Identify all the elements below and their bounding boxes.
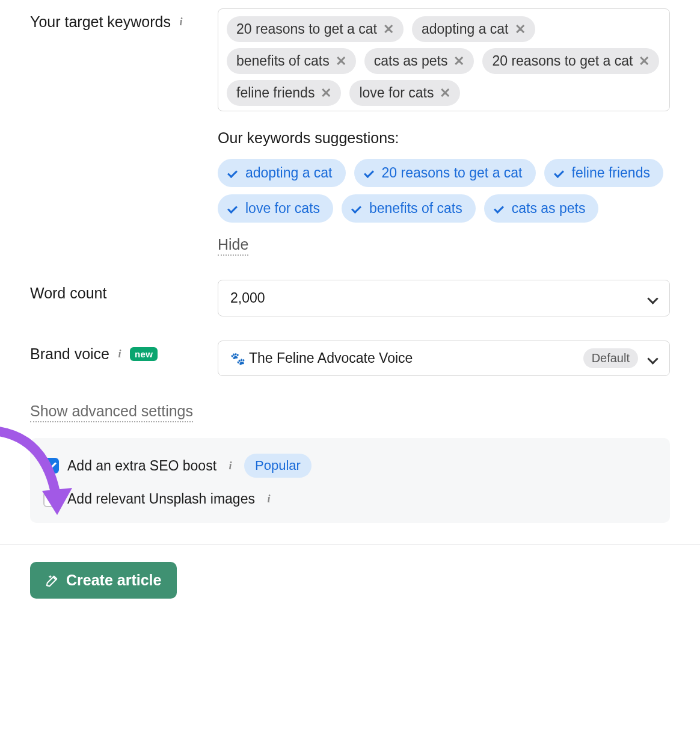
- keyword-tag: 20 reasons to get a cat✕: [482, 48, 659, 74]
- suggestion-chip[interactable]: love for cats: [218, 194, 333, 223]
- check-icon: [352, 205, 363, 212]
- info-icon[interactable]: i: [225, 460, 236, 471]
- check-icon: [495, 205, 506, 212]
- suggestion-chip-text: 20 reasons to get a cat: [382, 165, 523, 181]
- keyword-tag-text: 20 reasons to get a cat: [236, 21, 377, 37]
- suggestion-chip[interactable]: 20 reasons to get a cat: [354, 159, 536, 187]
- target-keywords-row: Your target keywords i 20 reasons to get…: [0, 8, 700, 256]
- keyword-tag-text: 20 reasons to get a cat: [492, 53, 633, 69]
- show-advanced-link[interactable]: Show advanced settings: [30, 402, 193, 422]
- keyword-tag-text: benefits of cats: [236, 53, 330, 69]
- close-icon[interactable]: ✕: [453, 55, 464, 68]
- unsplash-checkbox[interactable]: [43, 492, 59, 507]
- word-count-value: 2,000: [230, 290, 265, 306]
- info-icon[interactable]: i: [114, 349, 125, 360]
- suggestions-title: Our keywords suggestions:: [218, 129, 670, 147]
- keyword-tag: love for cats✕: [349, 80, 460, 106]
- chevron-down-icon: [648, 294, 657, 303]
- suggestion-chip[interactable]: feline friends: [544, 159, 663, 187]
- info-icon[interactable]: i: [176, 17, 186, 28]
- brand-voice-row: Brand voice i new 🐾 The Feline Advocate …: [0, 341, 700, 376]
- brand-voice-select[interactable]: 🐾 The Feline Advocate Voice Default: [218, 341, 670, 376]
- wand-icon: [46, 574, 59, 587]
- keyword-tag-text: adopting a cat: [422, 21, 509, 37]
- keyword-tag-text: cats as pets: [374, 53, 448, 69]
- keyword-tag: adopting a cat✕: [412, 16, 535, 42]
- suggestion-chip[interactable]: adopting a cat: [218, 159, 346, 187]
- target-keywords-label: Your target keywords i: [30, 13, 186, 31]
- brand-voice-value: The Feline Advocate Voice: [249, 350, 413, 366]
- suggestion-chip-text: adopting a cat: [245, 165, 333, 181]
- close-icon[interactable]: ✕: [321, 87, 331, 100]
- popular-badge: Popular: [244, 454, 312, 478]
- brand-voice-label-text: Brand voice: [30, 345, 109, 363]
- keyword-tag: feline friends✕: [227, 80, 341, 106]
- suggestion-chip[interactable]: benefits of cats: [342, 194, 476, 223]
- keywords-input[interactable]: 20 reasons to get a cat✕adopting a cat✕b…: [218, 8, 670, 111]
- brand-voice-label: Brand voice i new: [30, 345, 158, 363]
- unsplash-label: Add relevant Unsplash images: [67, 491, 255, 507]
- keyword-tag-text: love for cats: [359, 85, 434, 101]
- close-icon[interactable]: ✕: [639, 55, 649, 68]
- keyword-tag-text: feline friends: [236, 85, 315, 101]
- check-icon: [229, 170, 239, 177]
- chevron-down-icon: [648, 354, 657, 363]
- keyword-tag: 20 reasons to get a cat✕: [227, 16, 404, 42]
- close-icon[interactable]: ✕: [515, 23, 526, 36]
- default-badge: Default: [583, 348, 638, 368]
- check-icon: [555, 170, 566, 177]
- word-count-select[interactable]: 2,000: [218, 280, 670, 316]
- suggestion-chip-text: cats as pets: [512, 200, 586, 217]
- footer: Create article: [0, 545, 700, 615]
- create-article-button[interactable]: Create article: [30, 562, 177, 599]
- info-icon[interactable]: i: [263, 494, 274, 505]
- extra-options-panel: Add an extra SEO boost i Popular Add rel…: [30, 438, 670, 523]
- unsplash-option: Add relevant Unsplash images i: [43, 491, 657, 507]
- keyword-tag: cats as pets✕: [364, 48, 474, 74]
- close-icon[interactable]: ✕: [440, 87, 450, 100]
- close-icon[interactable]: ✕: [336, 55, 346, 68]
- suggestion-chip-text: feline friends: [572, 165, 650, 181]
- target-keywords-label-text: Your target keywords: [30, 13, 171, 31]
- new-badge: new: [130, 347, 158, 361]
- seo-boost-label: Add an extra SEO boost: [67, 458, 216, 474]
- paw-icon: 🐾: [230, 353, 242, 365]
- create-article-label: Create article: [66, 572, 161, 589]
- word-count-label: Word count: [30, 285, 106, 302]
- check-icon: [229, 205, 239, 212]
- suggestion-chip-text: benefits of cats: [369, 200, 462, 217]
- keyword-tag: benefits of cats✕: [227, 48, 356, 74]
- suggestion-chip[interactable]: cats as pets: [484, 194, 599, 223]
- close-icon[interactable]: ✕: [383, 23, 394, 36]
- seo-boost-checkbox[interactable]: [43, 458, 59, 473]
- seo-boost-option: Add an extra SEO boost i Popular: [43, 454, 657, 478]
- hide-suggestions-link[interactable]: Hide: [218, 236, 248, 256]
- suggestion-chips: adopting a cat20 reasons to get a catfel…: [218, 159, 670, 223]
- suggestion-chip-text: love for cats: [245, 200, 320, 217]
- word-count-row: Word count 2,000: [0, 280, 700, 316]
- check-icon: [365, 170, 376, 177]
